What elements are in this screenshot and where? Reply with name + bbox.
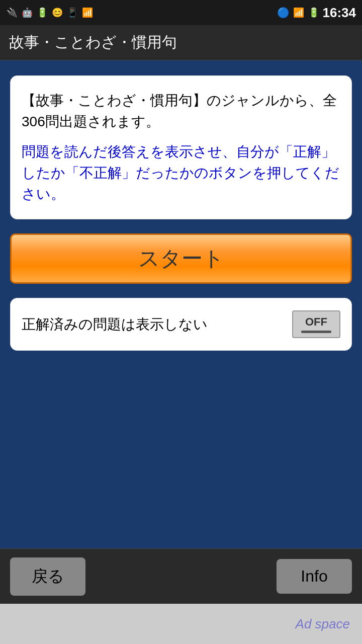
start-button[interactable]: スタート (10, 233, 352, 284)
face-icon: 😊 (51, 7, 63, 19)
ad-label: Ad space (296, 616, 350, 632)
info-card: 【故事・ことわざ・慣用句】のジャンルから、全306問出題されます。 問題を読んだ… (10, 75, 352, 219)
toggle-bar (301, 331, 331, 333)
toggle-label: 正解済みの問題は表示しない (22, 315, 208, 334)
info-instruction-text: 問題を読んだ後答えを表示させ、自分が「正解」したか「不正解」だったかのボタンを押… (22, 141, 340, 205)
battery-full-icon: 🔋 (308, 7, 320, 19)
status-bar: 🔌 🤖 🔋 😊 📱 📶 🔵 📶 🔋 16:34 (0, 0, 362, 25)
bottom-nav: 戻る Info (0, 548, 362, 604)
app-title: 故事・ことわざ・慣用句 (9, 32, 177, 53)
battery-icon: 🔋 (36, 7, 48, 19)
time-display: 16:34 (323, 5, 356, 21)
ad-space: Ad space (0, 604, 362, 644)
android-icon: 🤖 (21, 7, 33, 19)
signal-icon: 📶 (81, 7, 94, 19)
screen-icon: 📱 (66, 7, 78, 19)
status-icons-left: 🔌 🤖 🔋 😊 📱 📶 (6, 7, 94, 19)
wifi-icon: 📶 (293, 7, 305, 19)
usb-icon: 🔌 (6, 7, 18, 19)
info-button[interactable]: Info (277, 559, 352, 594)
bluetooth-icon: 🔵 (278, 7, 290, 19)
toggle-switch[interactable]: OFF (292, 310, 340, 338)
main-content: 【故事・ことわざ・慣用句】のジャンルから、全306問出題されます。 問題を読んだ… (0, 60, 362, 548)
toggle-card: 正解済みの問題は表示しない OFF (10, 298, 352, 351)
back-button[interactable]: 戻る (10, 557, 85, 596)
toggle-state: OFF (305, 315, 327, 329)
title-bar: 故事・ことわざ・慣用句 (0, 25, 362, 60)
info-main-text: 【故事・ことわざ・慣用句】のジャンルから、全306問出題されます。 (22, 90, 340, 132)
status-right: 🔵 📶 🔋 16:34 (278, 5, 356, 21)
